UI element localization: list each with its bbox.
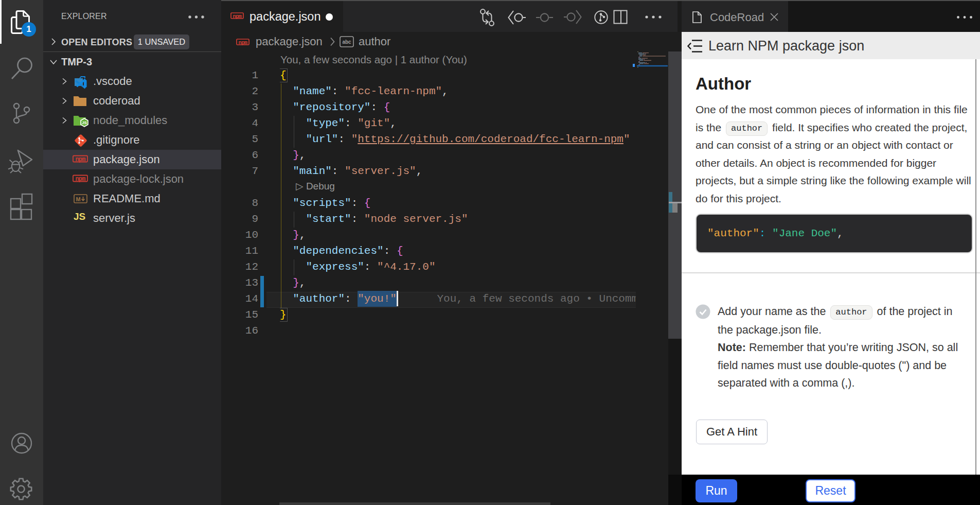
svg-text:abc: abc [342,39,351,45]
svg-text:JS: JS [82,120,87,125]
svg-text:npm: npm [75,156,85,163]
svg-text:npm: npm [233,13,242,20]
svg-text:npm: npm [239,40,247,46]
svg-text:M: M [76,196,80,202]
svg-text:npm: npm [75,176,85,183]
